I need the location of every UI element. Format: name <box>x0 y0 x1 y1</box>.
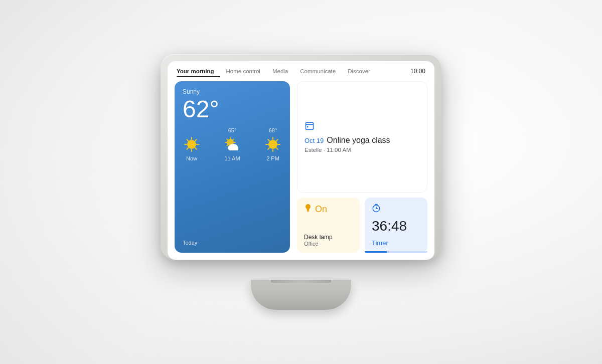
timer-card[interactable]: 36:48 Timer <box>365 198 427 253</box>
forecast-time-2pm: 2 PM <box>266 155 279 161</box>
svg-line-30 <box>268 148 269 149</box>
tab-your-morning[interactable]: Your morning <box>177 65 220 77</box>
timer-icon-row <box>372 204 420 213</box>
svg-line-27 <box>268 139 269 141</box>
svg-line-6 <box>195 148 197 149</box>
forecast-time-11am: 11 AM <box>224 155 240 161</box>
svg-line-17 <box>227 145 228 146</box>
tab-discover[interactable]: Discover <box>342 65 376 77</box>
timer-progress-bar <box>365 251 387 253</box>
svg-line-5 <box>187 139 188 141</box>
timer-display: 36:48 <box>372 218 420 234</box>
svg-rect-33 <box>307 126 309 128</box>
weather-card[interactable]: Sunny 62° <box>175 81 290 253</box>
timer-minutes: 36 <box>372 218 387 234</box>
forecast-item-2pm: 68° <box>264 127 282 161</box>
lamp-icon <box>304 204 312 215</box>
nav-bar: Your morning Home control Media Communic… <box>168 61 434 81</box>
screen-bezel: Your morning Home control Media Communic… <box>168 61 434 260</box>
right-panel: Oct 19 Online yoga class Estelle · 11:00… <box>290 81 427 253</box>
weather-today-label: Today <box>183 240 282 246</box>
screen: Your morning Home control Media Communic… <box>168 61 434 260</box>
weather-condition: Sunny <box>183 88 282 95</box>
calendar-icon <box>305 121 315 131</box>
svg-line-7 <box>195 139 197 141</box>
forecast-item-11am: 65° <box>223 127 241 161</box>
forecast-time-now: Now <box>186 155 197 161</box>
svg-rect-21 <box>229 148 238 150</box>
svg-rect-31 <box>306 122 314 129</box>
calendar-card[interactable]: Oct 19 Online yoga class Estelle · 11:00… <box>297 81 427 193</box>
svg-line-16 <box>233 139 234 140</box>
timer-progress-track <box>365 251 427 253</box>
main-content: Sunny 62° <box>168 81 434 260</box>
svg-line-14 <box>227 139 228 140</box>
forecast-item-now: Now <box>183 127 201 161</box>
forecast-temp-11am: 65° <box>228 127 237 133</box>
svg-line-29 <box>276 139 278 141</box>
tab-home-control[interactable]: Home control <box>220 65 266 77</box>
lamp-location: Office <box>304 241 353 247</box>
bottom-cards-row: On Desk lamp Office <box>297 198 427 253</box>
timer-label: Timer <box>372 239 420 247</box>
svg-line-8 <box>187 148 188 149</box>
sun-icon-now <box>183 135 201 153</box>
event-detail: Estelle · 11:00 AM <box>305 147 420 153</box>
svg-rect-35 <box>307 212 309 213</box>
sun-icon-2pm <box>264 135 282 153</box>
weather-forecast: Now 65° <box>183 127 282 161</box>
tab-communicate[interactable]: Communicate <box>294 65 342 77</box>
lamp-card[interactable]: On Desk lamp Office <box>297 198 360 253</box>
lamp-name: Desk lamp <box>304 234 353 241</box>
timer-icon <box>372 204 381 213</box>
forecast-temp-2pm: 68° <box>269 127 277 133</box>
event-date: Oct 19 <box>305 137 324 144</box>
partly-cloudy-icon-11am <box>223 135 241 153</box>
event-title: Online yoga class <box>327 136 390 145</box>
timer-seconds: 48 <box>391 218 407 234</box>
clock-time: 10:00 <box>410 68 425 75</box>
lamp-on-status: On <box>315 204 327 215</box>
svg-rect-34 <box>307 211 310 212</box>
svg-line-28 <box>276 148 278 149</box>
device-base-speaker <box>251 280 351 310</box>
tab-media[interactable]: Media <box>266 65 294 77</box>
lamp-status: On <box>304 204 353 215</box>
weather-temperature: 62° <box>183 97 282 121</box>
google-nest-hub-device: Your morning Home control Media Communic… <box>161 54 441 260</box>
